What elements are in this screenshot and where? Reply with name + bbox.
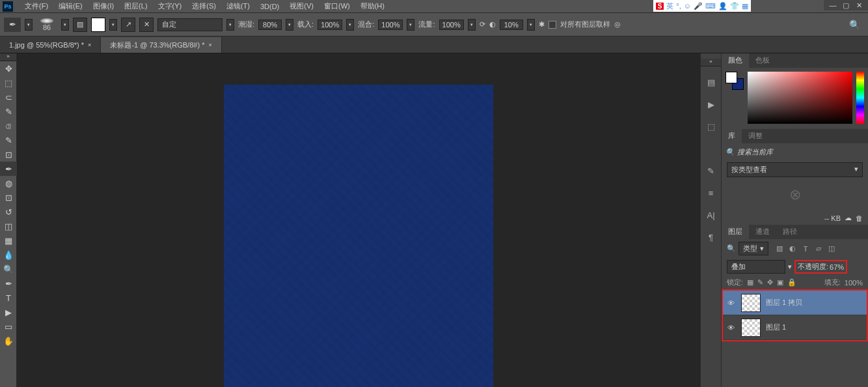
frame-tool[interactable]: ⊡	[0, 147, 17, 162]
menu-view[interactable]: 视图(V)	[284, 1, 319, 11]
opacity-control[interactable]: 不透明度: 67%	[794, 260, 847, 274]
quick-select-tool[interactable]: ✎	[0, 104, 17, 119]
menu-filter[interactable]: 滤镜(T)	[221, 1, 255, 11]
smooth-value[interactable]: 10%	[500, 20, 523, 30]
sogou-icon[interactable]: S	[656, 3, 664, 10]
3d-panel-icon[interactable]: ⬚	[705, 120, 718, 133]
ime-skin-icon[interactable]: 👕	[730, 2, 739, 10]
fill-value[interactable]: 100%	[845, 279, 863, 287]
library-view-select[interactable]: 按类型查看▾	[727, 162, 863, 177]
ime-user-icon[interactable]: 👤	[718, 2, 727, 10]
marquee-tool[interactable]: ⬚	[0, 76, 17, 90]
brush-panel-icon[interactable]: ▨	[73, 18, 87, 32]
filter-kind-select[interactable]: 类型▾	[739, 242, 768, 255]
filter-shape-icon[interactable]: ▱	[814, 244, 823, 253]
library-search[interactable]: 🔍 搜索当前库	[722, 143, 868, 161]
shape-tool[interactable]: ▭	[0, 319, 17, 334]
menu-select[interactable]: 选择(S)	[187, 1, 221, 11]
tab-adjustments[interactable]: 调整	[742, 129, 769, 143]
clean-brush-icon[interactable]: ✕	[139, 18, 154, 32]
doc-tab-2[interactable]: 未标题-1 @ 73.3%(RGB/8#) * ×	[101, 37, 221, 53]
lasso-tool[interactable]: ⊂	[0, 90, 17, 104]
layer-thumbnail[interactable]	[741, 294, 761, 312]
gear-icon[interactable]: ✱	[539, 20, 545, 29]
color-swatch[interactable]	[91, 18, 105, 32]
gradient-tool[interactable]: ▦	[0, 233, 17, 248]
current-tool-icon[interactable]: ✒	[4, 18, 21, 32]
history-brush-tool[interactable]: ↺	[0, 205, 17, 219]
menu-image[interactable]: 图像(I)	[88, 1, 119, 11]
load-dropdown[interactable]: ▾	[346, 19, 354, 31]
airbrush-icon[interactable]: ⟳	[480, 20, 485, 29]
wet-value[interactable]: 80%	[258, 20, 282, 30]
layer-name[interactable]: 图层 1	[766, 322, 786, 332]
move-tool[interactable]: ✥	[0, 61, 17, 76]
lock-all-icon[interactable]: 🔒	[787, 278, 796, 287]
menu-3d[interactable]: 3D(D)	[255, 3, 284, 10]
lock-artboard-icon[interactable]: ▣	[777, 278, 783, 287]
hue-slider[interactable]	[856, 72, 864, 124]
search-icon[interactable]: 🔍	[849, 20, 860, 30]
sample-all-checkbox[interactable]	[549, 21, 556, 29]
tab-paths[interactable]: 路径	[776, 225, 804, 239]
blur-tool[interactable]: 💧	[0, 248, 17, 262]
flow-value[interactable]: 100%	[439, 20, 464, 30]
ime-keyboard-icon[interactable]: ⌨	[705, 2, 716, 10]
type-tool[interactable]: T	[0, 291, 17, 305]
minimize-icon[interactable]: —	[829, 1, 837, 9]
cloud-icon[interactable]: ☁	[845, 214, 852, 222]
crop-tool[interactable]: ⟃	[0, 119, 17, 133]
brush-preview[interactable]: 86	[36, 16, 57, 33]
path-select-tool[interactable]: ▶	[0, 305, 17, 319]
close-tab-icon[interactable]: ×	[208, 42, 211, 48]
layer-thumbnail[interactable]	[741, 319, 761, 337]
foreground-color[interactable]	[726, 72, 737, 83]
dodge-tool[interactable]: 🔍	[0, 262, 17, 276]
visibility-icon[interactable]: 👁	[726, 299, 736, 307]
tablet-pressure-icon[interactable]: ◎	[614, 20, 621, 29]
tab-color[interactable]: 颜色	[722, 53, 749, 68]
document-canvas[interactable]	[224, 85, 493, 387]
menu-edit[interactable]: 编辑(E)	[53, 1, 88, 11]
ime-mic-icon[interactable]: 🎤	[694, 2, 703, 10]
ime-emoji-icon[interactable]: ☺	[684, 2, 691, 10]
visibility-icon[interactable]: 👁	[726, 324, 736, 332]
filter-pixel-icon[interactable]: ▧	[775, 244, 784, 253]
play-icon[interactable]: ▶	[705, 98, 718, 111]
expand-dock-icon[interactable]: «	[701, 59, 721, 66]
maximize-icon[interactable]: ▢	[842, 1, 850, 9]
fg-bg-swatch[interactable]	[726, 72, 744, 90]
menu-file[interactable]: 文件(F)	[20, 1, 53, 11]
flow-dropdown[interactable]: ▾	[468, 19, 476, 31]
pen-tool[interactable]: ✒	[0, 276, 17, 291]
mix-dropdown[interactable]: ▾	[407, 19, 414, 31]
wet-dropdown[interactable]: ▾	[286, 19, 293, 31]
tab-swatches[interactable]: 色板	[749, 53, 776, 68]
ime-menu-icon[interactable]: ▦	[742, 2, 748, 10]
lock-move-icon[interactable]: ✥	[767, 278, 773, 287]
smooth-dropdown[interactable]: ▾	[527, 19, 535, 31]
clone-tool[interactable]: ⊡	[0, 190, 17, 205]
close-tab-icon[interactable]: ×	[88, 42, 91, 48]
load-value[interactable]: 100%	[318, 20, 342, 30]
doc-tab-1[interactable]: 1.jpg @ 55%(RGB/8*) * ×	[0, 37, 101, 53]
tool-preset-dropdown[interactable]: ▾	[25, 19, 33, 31]
tab-layers[interactable]: 图层	[722, 225, 749, 239]
brushes-panel-icon[interactable]: ✎	[705, 164, 718, 177]
hand-tool[interactable]: ✋	[0, 334, 17, 348]
mix-value[interactable]: 100%	[378, 20, 403, 30]
menu-type[interactable]: 文字(Y)	[153, 1, 187, 11]
close-icon[interactable]: ✕	[855, 1, 863, 9]
menu-window[interactable]: 窗口(W)	[319, 1, 355, 11]
filter-search-icon[interactable]: 🔍	[727, 244, 736, 253]
canvas-area[interactable]	[17, 53, 700, 387]
brush-dropdown[interactable]: ▾	[61, 19, 69, 31]
tab-libraries[interactable]: 库	[722, 129, 742, 143]
character-panel-icon[interactable]: A|	[705, 208, 718, 222]
menu-layer[interactable]: 图层(L)	[119, 1, 152, 11]
blend-mode-select[interactable]: 叠加	[727, 260, 785, 274]
tab-channels[interactable]: 通道	[749, 225, 776, 239]
layer-name[interactable]: 图层 1 拷贝	[766, 298, 802, 308]
color-picker[interactable]	[748, 72, 852, 124]
lock-pixels-icon[interactable]: ▦	[747, 278, 753, 287]
